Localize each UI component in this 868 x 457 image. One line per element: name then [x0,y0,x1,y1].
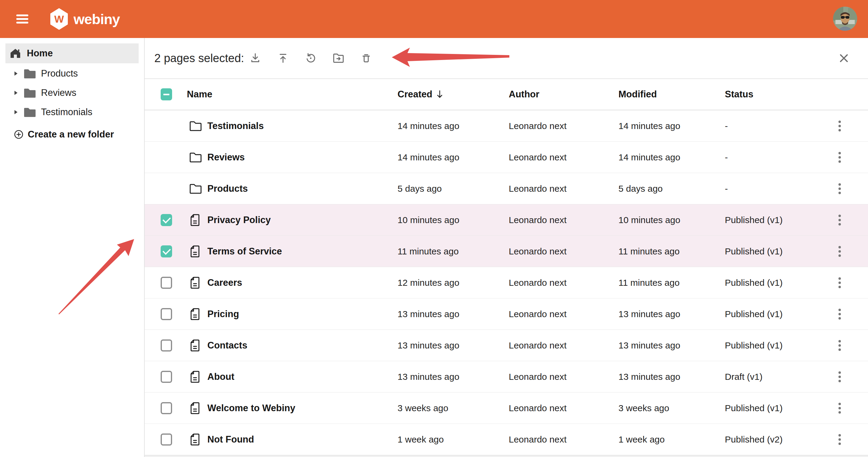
row-name[interactable]: About [207,361,235,392]
row-actions-menu-button[interactable] [834,424,846,455]
row-name[interactable]: Products [207,173,248,204]
create-folder-button[interactable]: Create a new folder [0,126,144,143]
row-checkbox[interactable] [161,245,172,257]
table-row[interactable]: Privacy Policy 10 minutes ago Leonardo n… [145,204,868,236]
sidebar-item-testimonials[interactable]: Testimonials [0,102,144,122]
row-actions-menu-button[interactable] [834,330,846,361]
row-name[interactable]: Privacy Policy [207,204,271,236]
chevron-right-icon[interactable] [14,110,18,115]
row-created: 11 minutes ago [398,236,459,267]
row-status: - [725,173,728,204]
row-author: Leonardo next [509,393,567,424]
move-to-folder-button[interactable] [331,51,346,65]
delete-button[interactable] [359,51,373,65]
webiny-hexagon-icon: W [50,7,69,30]
row-created: 3 weeks ago [398,393,448,424]
file-icon [189,245,200,258]
row-actions-menu-button[interactable] [834,236,846,267]
table-row[interactable]: Reviews 14 minutes ago Leonardo next 14 … [145,142,868,173]
row-modified: 5 days ago [618,173,663,204]
file-icon [189,276,200,290]
row-status: Published (v1) [725,204,783,236]
download-icon [249,52,261,64]
publish-button[interactable] [276,51,290,65]
sidebar-item-home[interactable]: Home [5,43,138,63]
brand-wordmark: webiny [73,11,120,27]
row-created: 13 minutes ago [398,330,459,361]
row-status: Published (v2) [725,424,783,455]
row-name[interactable]: Terms of Service [207,236,282,267]
row-name[interactable]: Testimonials [207,110,264,142]
row-checkbox[interactable] [161,339,172,352]
table-row[interactable]: Careers 12 minutes ago Leonardo next 11 … [145,267,868,299]
row-name[interactable]: Welcome to Webiny [207,393,296,424]
row-actions-menu-button[interactable] [834,361,846,392]
content-shell: Home Products Reviews Testimonials [0,38,868,457]
table-row[interactable]: Contacts 13 minutes ago Leonardo next 13… [145,330,868,361]
table-row[interactable]: Pricing 13 minutes ago Leonardo next 13 … [145,299,868,330]
table-row[interactable]: Testimonials 14 minutes ago Leonardo nex… [145,110,868,142]
sidebar-folder-label: Products [41,68,78,79]
sidebar-item-reviews[interactable]: Reviews [0,83,144,102]
close-selection-button[interactable] [837,51,851,65]
row-name[interactable]: Reviews [207,142,245,173]
row-author: Leonardo next [509,142,567,173]
kebab-icon [838,434,841,445]
restore-button[interactable] [304,51,318,65]
table-row[interactable]: Welcome to Webiny 3 weeks ago Leonardo n… [145,393,868,424]
row-name[interactable]: Careers [207,267,242,298]
row-actions-menu-button[interactable] [834,204,846,236]
row-status: Published (v1) [725,236,783,267]
file-icon [189,213,200,227]
row-actions-menu-button[interactable] [834,393,846,424]
webiny-page-manager: W webiny [0,0,868,457]
row-author: Leonardo next [509,236,567,267]
column-header-status[interactable]: Status [725,79,753,110]
chevron-right-icon[interactable] [14,71,18,76]
row-actions-menu-button[interactable] [834,110,846,142]
table-body: Testimonials 14 minutes ago Leonardo nex… [145,110,868,455]
row-name[interactable]: Pricing [207,299,239,330]
table-row[interactable]: Not Found 1 week ago Leonardo next 1 wee… [145,424,868,455]
row-name[interactable]: Contacts [207,330,247,361]
column-header-created[interactable]: Created [398,79,444,110]
row-checkbox[interactable] [161,433,172,446]
row-actions-menu-button[interactable] [834,173,846,204]
kebab-icon [838,152,841,163]
column-header-author[interactable]: Author [509,79,539,110]
hamburger-menu-icon[interactable] [16,14,28,24]
folder-icon [24,88,36,98]
row-checkbox[interactable] [161,277,172,289]
row-created: 5 days ago [398,173,442,204]
row-checkbox[interactable] [161,371,172,383]
row-actions-menu-button[interactable] [834,267,846,298]
row-author: Leonardo next [509,110,567,142]
bulk-actions [248,38,373,79]
table-row[interactable]: Terms of Service 11 minutes ago Leonardo… [145,236,868,267]
column-header-name[interactable]: Name [187,79,212,110]
selection-action-bar: 2 pages selected: [145,38,868,79]
folder-icon [24,107,36,117]
row-created: 12 minutes ago [398,267,459,298]
row-actions-menu-button[interactable] [834,299,846,330]
row-checkbox[interactable] [161,308,172,320]
sort-desc-icon [436,90,444,99]
row-modified: 3 weeks ago [618,393,669,424]
row-created: 10 minutes ago [398,204,459,236]
sidebar-item-products[interactable]: Products [0,64,144,83]
chevron-right-icon[interactable] [14,90,18,96]
row-status: - [725,110,728,142]
table-row[interactable]: About 13 minutes ago Leonardo next 13 mi… [145,361,868,393]
column-header-modified[interactable]: Modified [618,79,657,110]
row-modified: 10 minutes ago [618,204,680,236]
row-actions-menu-button[interactable] [834,142,846,173]
user-avatar[interactable] [833,7,857,31]
row-name[interactable]: Not Found [207,424,254,455]
row-checkbox[interactable] [161,402,172,414]
select-all-checkbox[interactable] [161,79,172,110]
kebab-icon [838,246,841,257]
row-modified: 14 minutes ago [618,142,680,173]
download-button[interactable] [248,51,262,65]
row-checkbox[interactable] [161,214,172,226]
table-row[interactable]: Products 5 days ago Leonardo next 5 days… [145,173,868,204]
